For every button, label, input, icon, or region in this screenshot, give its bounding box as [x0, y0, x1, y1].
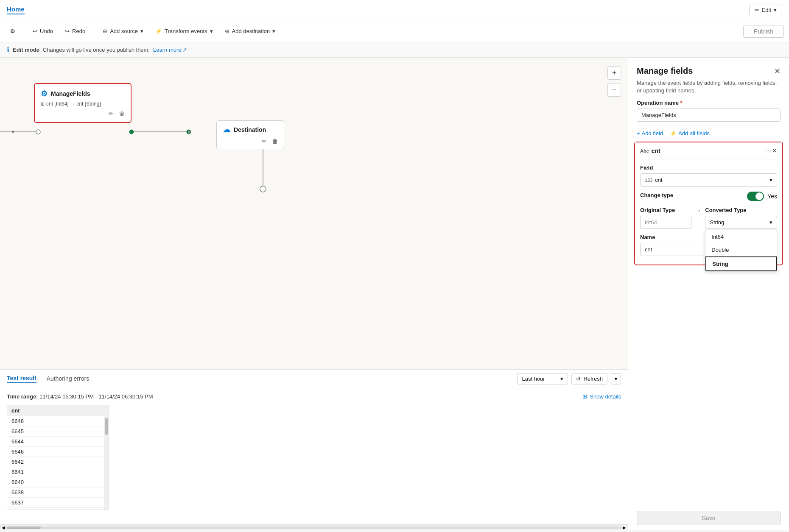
svg-point-4 [187, 130, 191, 134]
table-body[interactable]: 6648664566446646664266416640663866376636 [7, 416, 108, 510]
svg-point-1 [36, 130, 40, 134]
table-row: 6636 [7, 508, 108, 510]
converted-type-dropdown[interactable]: String ▾ [705, 216, 777, 229]
pipeline-canvas: ⚙ ManageFields ⊞ cnt [Int64] → cnt [Stri… [0, 58, 628, 369]
transform-events-button[interactable]: ⚡ Transform events ▾ [150, 25, 218, 37]
dropdown-item-string[interactable]: String [705, 256, 777, 271]
add-source-label: Add source [110, 28, 138, 34]
field-card-title: cnt [652, 148, 766, 154]
settings-button[interactable]: ⚙ [5, 25, 20, 37]
info-icon: ℹ [7, 46, 9, 54]
table-row: 6641 [7, 467, 108, 477]
edit-button[interactable]: ✏ Edit ▾ [749, 5, 782, 15]
show-details-icon: ⊞ [582, 393, 587, 400]
add-destination-button[interactable]: ⊕ Add destination ▾ [220, 25, 281, 37]
table-row: 6645 [7, 426, 108, 437]
add-field-label: Add field [642, 130, 663, 136]
divider-2 [94, 26, 94, 36]
field-card-menu-button[interactable]: ··· [766, 147, 772, 155]
data-table: cnt 664866456644664666426641664066386637… [7, 405, 109, 510]
svg-marker-9 [188, 130, 191, 134]
panel-close-button[interactable]: ✕ [774, 67, 781, 76]
table-row: 6642 [7, 457, 108, 467]
converted-type-value: String [710, 219, 724, 226]
table-row: 6644 [7, 437, 108, 447]
publish-button[interactable]: Publish [743, 25, 784, 38]
change-type-toggle[interactable] [747, 192, 764, 201]
edit-label: Edit [762, 7, 771, 13]
dropdown-item-double[interactable]: Double [705, 243, 777, 256]
destination-node[interactable]: ☁ Destination ✏ 🗑 [216, 120, 284, 149]
refresh-label: Refresh [583, 376, 603, 382]
delete-dest-icon[interactable]: 🗑 [272, 138, 278, 145]
converted-type-label: Converted Type [705, 207, 777, 213]
redo-icon: ↪ [65, 28, 70, 34]
edit-mode-banner: ℹ Edit mode Changes will go live once yo… [0, 42, 789, 58]
time-range-dropdown[interactable]: Last hour ▾ [517, 373, 568, 384]
destination-cloud-icon: ☁ [223, 125, 230, 134]
manage-fields-title: ManageFields [51, 90, 90, 97]
add-source-icon: ⊕ [103, 28, 107, 34]
divider-1 [24, 26, 24, 36]
time-range-dates: 11/14/24 05:30:15 PM - 11/14/24 06:30:15… [39, 393, 153, 400]
edit-mode-text: Changes will go live once you publish th… [43, 47, 150, 53]
time-range-label: Time range: [7, 393, 38, 400]
field-select[interactable]: 123 cnt ▾ [640, 173, 777, 187]
add-field-button[interactable]: + Add field [637, 130, 663, 136]
zoom-in-button[interactable]: + [607, 66, 621, 80]
table-icon: ⊞ [41, 101, 45, 107]
manage-fields-icon: ⚙ [41, 89, 48, 98]
table-column-header: cnt [7, 405, 108, 416]
field-card-close-button[interactable]: ✕ [772, 147, 777, 155]
dropdown-item-int64[interactable]: Int64 [705, 230, 777, 243]
toggle-yes-label: Yes [767, 193, 777, 200]
horizontal-scrollbar[interactable]: ◀ ▶ [0, 524, 628, 530]
learn-more-link[interactable]: Learn more ↗ [153, 47, 187, 53]
table-row: 6648 [7, 416, 108, 426]
settings-icon: ⚙ [10, 28, 15, 34]
bottom-panel: Test result Authoring errors Last hour ▾… [0, 369, 628, 530]
tab-test-result[interactable]: Test result [7, 375, 36, 383]
add-all-fields-button[interactable]: ⚡ Add all fields [670, 130, 710, 136]
home-tab[interactable]: Home [7, 6, 25, 14]
destination-label: Add destination [232, 28, 270, 34]
scroll-left-button[interactable]: ◀ [2, 525, 5, 530]
add-source-button[interactable]: ⊕ Add source ▾ [98, 25, 148, 37]
lightning-icon: ⚡ [670, 130, 677, 136]
undo-label: Undo [40, 28, 53, 34]
edit-node-icon[interactable]: ✏ [109, 110, 114, 117]
zoom-out-button[interactable]: − [607, 83, 621, 97]
refresh-button[interactable]: ↺ Refresh [571, 373, 607, 384]
tab-authoring-errors[interactable]: Authoring errors [47, 375, 89, 383]
operation-name-input[interactable] [637, 109, 781, 122]
redo-button[interactable]: ↪ Redo [60, 25, 90, 37]
field-chevron: ▾ [769, 177, 772, 183]
name-input[interactable] [640, 243, 716, 256]
arrow-icon: → [695, 207, 702, 214]
manage-fields-node[interactable]: ⚙ ManageFields ⊞ cnt [Int64] → cnt [Stri… [34, 83, 132, 123]
cnt-field-card: Abc cnt ··· ✕ Field 123 cnt ▾ Change typ… [634, 142, 783, 265]
last-hour-label: Last hour [522, 376, 545, 382]
scroll-right-button[interactable]: ▶ [623, 525, 626, 530]
edit-dest-icon[interactable]: ✏ [262, 138, 267, 145]
field-label: Field [640, 164, 777, 171]
transform-icon: ⚡ [155, 28, 162, 34]
show-details-button[interactable]: ⊞ Show details [582, 393, 621, 400]
undo-button[interactable]: ↩ Undo [28, 25, 58, 37]
original-type-label: Original Type [640, 207, 691, 213]
manage-fields-panel: Manage fields ✕ Manage the event fields … [628, 58, 789, 530]
operation-name-label: Operation name [637, 100, 679, 106]
table-row: 6638 [7, 487, 108, 498]
save-button[interactable]: Save [637, 511, 781, 525]
transform-chevron: ▾ [210, 28, 213, 34]
table-row: 6637 [7, 498, 108, 508]
manage-fields-subtitle: cnt [Int64] → cnt [String] [46, 101, 101, 107]
table-row: 6640 [7, 477, 108, 487]
panel-expand-button[interactable]: ▾ [611, 373, 621, 384]
field-card-type-icon: Abc [640, 148, 649, 153]
destination-icon: ⊕ [225, 28, 229, 34]
converted-type-chevron: ▾ [769, 219, 772, 226]
add-field-plus-icon: + [637, 130, 640, 136]
delete-node-icon[interactable]: 🗑 [119, 110, 125, 117]
svg-point-3 [129, 130, 134, 134]
